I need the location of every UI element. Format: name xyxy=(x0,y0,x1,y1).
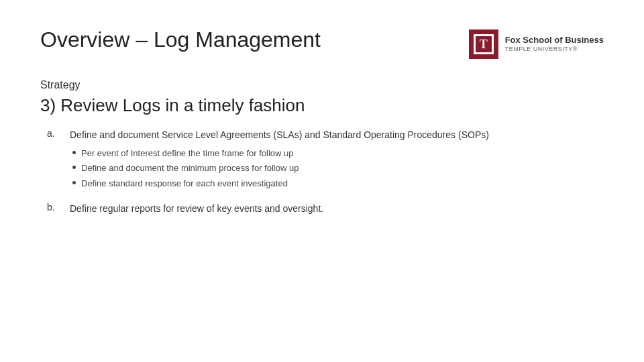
item-a-label: a. xyxy=(47,128,60,139)
logo-text: Fox School of Business TEMPLE UNIVERSITY… xyxy=(505,36,604,53)
slide-title: Overview – Log Management xyxy=(40,27,321,52)
temple-t-icon xyxy=(474,34,494,54)
list-item-a: a. Define and document Service Level Agr… xyxy=(47,128,604,192)
content-area: Strategy 3) Review Logs in a timely fash… xyxy=(40,79,604,216)
section-title: 3) Review Logs in a timely fashion xyxy=(40,95,604,116)
list-items: a. Define and document Service Level Agr… xyxy=(40,128,604,216)
bullet-text-2: Define and document the minimum process … xyxy=(81,162,299,174)
list-item-b: b. Define regular reports for review of … xyxy=(47,202,604,216)
temple-logo-icon xyxy=(469,29,498,59)
bullet-dot-2 xyxy=(72,166,76,169)
bullet-text-3: Define standard response for each event … xyxy=(81,178,288,190)
bullet-list: Per event of Interest define the time fr… xyxy=(70,147,489,190)
strategy-label: Strategy xyxy=(40,79,604,91)
bullet-dot-3 xyxy=(72,181,76,184)
bullet-text-1: Per event of Interest define the time fr… xyxy=(81,147,294,160)
bullet-item-2: Define and document the minimum process … xyxy=(72,162,489,174)
item-a-title: Define and document Service Level Agreem… xyxy=(70,129,489,140)
bullet-dot-1 xyxy=(72,151,76,154)
logo-area: Fox School of Business TEMPLE UNIVERSITY… xyxy=(469,29,604,59)
header-row: Overview – Log Management Fox School of … xyxy=(40,27,604,59)
bullet-item-3: Define standard response for each event … xyxy=(72,178,489,190)
logo-line2: TEMPLE UNIVERSITY® xyxy=(505,46,604,53)
bullet-item-1: Per event of Interest define the time fr… xyxy=(72,147,489,160)
slide: Overview – Log Management Fox School of … xyxy=(0,0,644,362)
item-a-content: Define and document Service Level Agreem… xyxy=(70,128,489,192)
logo-line1: Fox School of Business xyxy=(505,36,604,45)
item-b-label: b. xyxy=(47,202,60,213)
item-b-text: Define regular reports for review of key… xyxy=(70,202,323,216)
